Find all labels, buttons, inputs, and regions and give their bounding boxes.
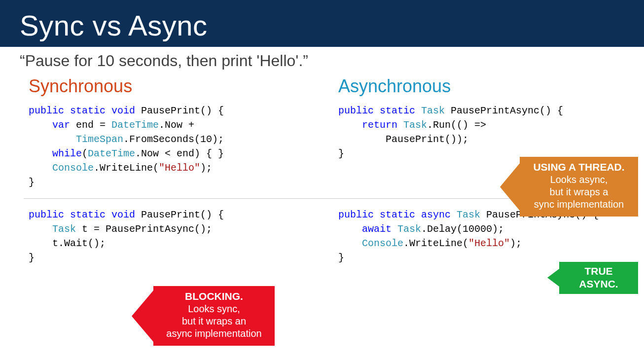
slide-subtitle: “Pause for 10 seconds, then print 'Hello… — [0, 47, 644, 73]
callout-red-line1: Looks sync, — [188, 303, 240, 314]
callout-true-async: TRUE ASYNC. — [559, 262, 638, 294]
async-heading: Asynchronous — [338, 76, 624, 97]
sync-heading: Synchronous — [29, 76, 315, 97]
callout-red-title: BLOCKING. — [185, 290, 243, 302]
callout-red-line2: but it wraps an — [182, 316, 246, 326]
slide: { "title": "Sync vs Async", "subtitle": … — [0, 0, 644, 362]
callout-green-title: TRUE ASYNC. — [579, 265, 618, 290]
sync-column-2: public static void PausePrint() { Task t… — [20, 206, 315, 270]
callout-red-line3: async implementation — [166, 328, 261, 339]
title-bar: Sync vs Async — [0, 0, 644, 47]
callout-orange-line3: sync implementation — [534, 199, 624, 210]
slide-title: Sync vs Async — [20, 9, 624, 42]
callout-orange-line2: but it wraps a — [550, 186, 608, 197]
callout-orange-line1: Looks async, — [550, 174, 608, 185]
callout-using-thread: USING A THREAD. Looks async, but it wrap… — [520, 157, 638, 217]
arrow-left-icon — [547, 269, 559, 287]
async-code-top: public static Task PausePrintAsync() { r… — [329, 102, 624, 166]
sync-column: Synchronous public static void PausePrin… — [20, 73, 315, 194]
sync-code-bottom: public static void PausePrint() { Task t… — [20, 206, 315, 270]
callout-blocking: BLOCKING. Looks sync, but it wraps an as… — [153, 286, 275, 346]
arrow-left-icon — [132, 290, 153, 342]
sync-code-top: public static void PausePrint() { var en… — [20, 102, 315, 194]
arrow-left-icon — [500, 163, 520, 211]
callout-orange-title: USING A THREAD. — [533, 161, 624, 173]
